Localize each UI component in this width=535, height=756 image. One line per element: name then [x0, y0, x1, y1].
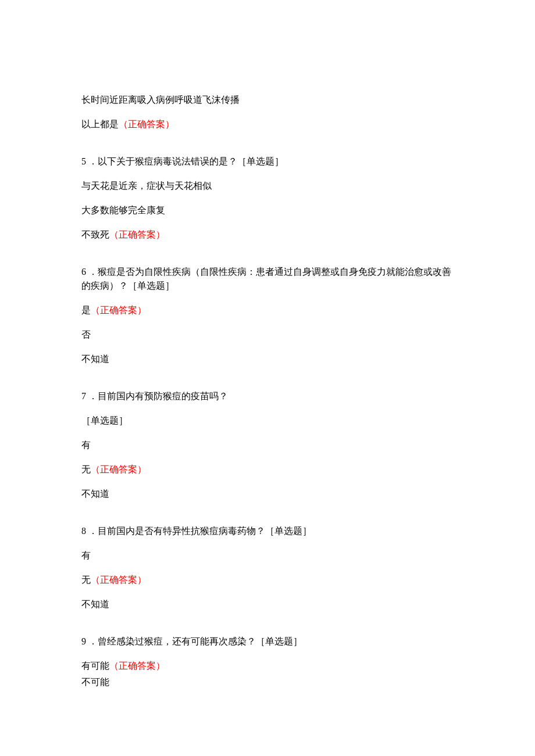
question-5-stem: 5 ．以下关于猴痘病毒说法错误的是？［单选题］ [81, 155, 454, 169]
option-text: 有可能 [81, 661, 109, 671]
correct-answer-label: （正确答案） [109, 661, 165, 671]
question-9-option-2: 不可能 [81, 675, 454, 689]
question-6-option-3: 不知道 [81, 352, 454, 366]
question-7-option-3: 不知道 [81, 487, 454, 501]
question-7-stem-line-2: ［单选题］ [81, 414, 454, 428]
correct-answer-label: （正确答案） [91, 464, 147, 474]
question-7-option-1: 有 [81, 438, 454, 452]
intro-option-1: 长时间近距离吸入病例呼吸道飞沫传播 [81, 93, 454, 107]
question-6-option-1: 是（正确答案） [81, 303, 454, 317]
question-9-stem: 9 ．曾经感染过猴痘，还有可能再次感染？［单选题］ [81, 635, 454, 648]
correct-answer-label: （正确答案） [91, 575, 147, 585]
question-8-stem: 8 ．目前国内是否有特异性抗猴痘病毒药物？［单选题］ [81, 524, 454, 538]
question-7-stem-line-1: 7 ．目前国内有预防猴痘的疫苗吗？ [81, 389, 454, 403]
intro-option-2: 以上都是（正确答案） [81, 117, 454, 131]
correct-answer-label: （正确答案） [109, 230, 165, 239]
correct-answer-label: （正确答案） [119, 119, 174, 129]
question-8-option-3: 不知道 [81, 597, 454, 611]
question-6-stem: 6 ．猴痘是否为自限性疾病（自限性疾病：患者通过自身调整或自身免疫力就能治愈或改… [81, 265, 454, 293]
option-text: 以上都是 [81, 119, 119, 129]
option-text: 不致死 [81, 230, 109, 239]
question-8-option-2: 无（正确答案） [81, 573, 454, 587]
question-9-option-1: 有可能（正确答案） [81, 659, 454, 673]
question-7-option-2: 无（正确答案） [81, 463, 454, 476]
question-8-option-1: 有 [81, 549, 454, 562]
correct-answer-label: （正确答案） [91, 305, 147, 315]
question-5-option-1: 与天花是近亲，症状与天花相似 [81, 179, 454, 193]
option-text: 无 [81, 464, 91, 474]
option-text: 无 [81, 575, 91, 585]
question-6-option-2: 否 [81, 328, 454, 342]
question-5-option-3: 不致死（正确答案） [81, 228, 454, 242]
question-5-option-2: 大多数能够完全康复 [81, 203, 454, 217]
option-text: 是 [81, 305, 91, 315]
